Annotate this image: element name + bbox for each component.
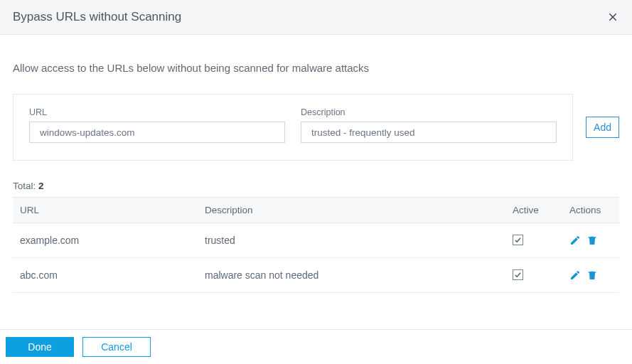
input-card: URL Description	[13, 94, 573, 161]
table-row: example.com trusted	[13, 223, 619, 258]
modal-header: Bypass URLs without Scanning	[0, 0, 632, 35]
total-count: 2	[38, 181, 44, 191]
col-description: Description	[198, 198, 505, 223]
done-button[interactable]: Done	[6, 337, 74, 357]
cell-actions	[562, 223, 619, 258]
add-row: URL Description Add	[13, 94, 619, 161]
active-checkbox[interactable]	[513, 269, 523, 280]
cell-actions	[562, 258, 619, 293]
edit-icon[interactable]	[569, 235, 581, 246]
active-checkbox[interactable]	[513, 235, 523, 245]
url-input[interactable]	[29, 122, 285, 143]
total-prefix: Total:	[13, 181, 38, 191]
cell-active	[505, 223, 562, 258]
close-icon[interactable]	[606, 11, 619, 23]
cell-description: malware scan not needed	[198, 258, 505, 293]
cell-url: example.com	[13, 223, 198, 258]
cancel-button[interactable]: Cancel	[82, 337, 151, 357]
delete-icon[interactable]	[587, 235, 598, 246]
modal-title: Bypass URLs without Scanning	[13, 10, 181, 24]
cell-description: trusted	[198, 223, 505, 258]
col-url: URL	[13, 198, 198, 223]
description-input[interactable]	[301, 122, 557, 143]
table-row: abc.com malware scan not needed	[13, 258, 619, 293]
modal-footer: Done Cancel	[0, 329, 632, 364]
url-field: URL	[29, 107, 285, 143]
modal-body: Allow access to the URLs below without b…	[0, 35, 632, 306]
delete-icon[interactable]	[587, 269, 598, 281]
description-label: Description	[301, 107, 557, 117]
helper-text: Allow access to the URLs below without b…	[13, 62, 619, 74]
bypass-table: URL Description Active Actions example.c…	[13, 197, 619, 293]
cell-active	[505, 258, 562, 293]
col-active: Active	[505, 198, 562, 223]
total-line: Total: 2	[13, 181, 619, 191]
description-field: Description	[301, 107, 557, 143]
col-actions: Actions	[562, 198, 619, 223]
edit-icon[interactable]	[569, 269, 581, 281]
cell-url: abc.com	[13, 258, 198, 293]
add-button[interactable]: Add	[586, 117, 619, 138]
url-label: URL	[29, 107, 285, 117]
